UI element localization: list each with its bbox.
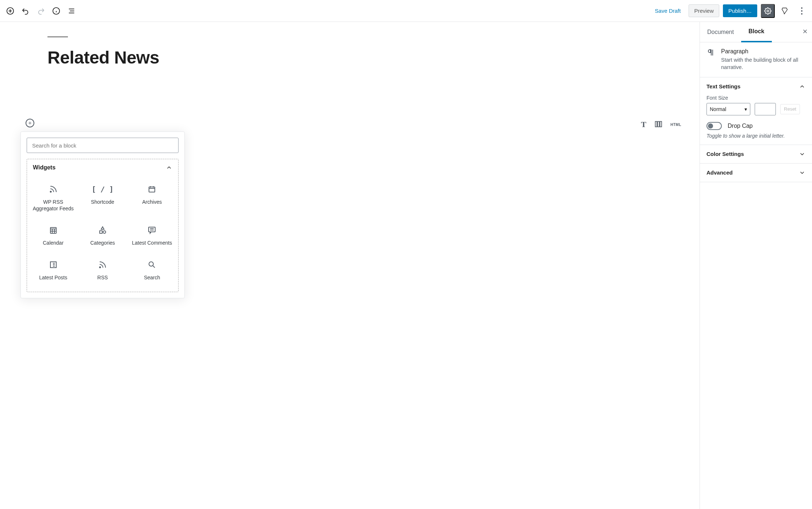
svg-rect-28: [149, 227, 155, 232]
block-info-title: Paragraph: [721, 48, 805, 55]
font-size-select[interactable]: Normal ▾: [706, 103, 750, 115]
text-settings-header[interactable]: Text Settings: [706, 83, 805, 90]
text-format-icon[interactable]: T: [641, 120, 647, 129]
svg-rect-16: [149, 187, 155, 192]
outline-button[interactable]: [65, 4, 78, 18]
chevron-up-icon: [799, 83, 805, 90]
yoast-icon[interactable]: [778, 4, 792, 18]
color-settings-header[interactable]: Color Settings: [706, 151, 805, 157]
settings-sidebar: Document Block Paragraph Start with the …: [700, 22, 812, 509]
html-label[interactable]: HTML: [670, 123, 681, 127]
search-icon: [148, 260, 156, 270]
save-draft-button[interactable]: Save Draft: [651, 5, 685, 17]
advanced-panel: Advanced: [700, 164, 812, 182]
font-size-number-input[interactable]: [755, 103, 776, 115]
block-inserter-popup: Widgets WP RSS Aggregator Feeds [ / ] Sh…: [20, 131, 185, 298]
widgets-grid: WP RSS Aggregator Feeds [ / ] Shortcode …: [27, 176, 178, 292]
chevron-down-icon: [799, 151, 805, 157]
block-item-label: RSS: [97, 274, 108, 281]
block-item-label: Latest Posts: [39, 274, 67, 281]
drop-cap-label: Drop Cap: [728, 123, 752, 129]
svg-rect-10: [655, 121, 657, 127]
archive-icon: [148, 184, 156, 194]
block-item-archives[interactable]: Archives: [129, 179, 175, 217]
svg-marker-25: [101, 227, 104, 229]
add-block-inline-button[interactable]: [26, 119, 34, 127]
close-sidebar-button[interactable]: [802, 28, 808, 36]
tab-block[interactable]: Block: [741, 22, 772, 42]
add-block-toolbar-button[interactable]: [4, 4, 17, 18]
block-item-label: Categories: [90, 240, 115, 246]
top-toolbar: Save Draft Preview Publish…: [0, 0, 812, 22]
drop-cap-toggle[interactable]: [706, 122, 722, 130]
paragraph-icon: [706, 48, 715, 71]
svg-rect-11: [658, 121, 659, 127]
font-size-label: Font Size: [706, 95, 805, 101]
block-item-label: Search: [144, 274, 160, 281]
block-item-calendar[interactable]: Calendar: [30, 220, 76, 251]
block-item-label: Calendar: [43, 240, 64, 246]
svg-point-9: [767, 10, 769, 12]
block-item-label: WP RSS Aggregator Feeds: [32, 199, 74, 212]
text-settings-panel: Text Settings Font Size Normal ▾ Reset D…: [700, 77, 812, 145]
left-tools-group: [4, 4, 78, 18]
block-search-input[interactable]: [27, 138, 179, 153]
svg-line-40: [153, 266, 155, 268]
color-settings-title: Color Settings: [706, 151, 744, 157]
svg-point-15: [50, 191, 51, 192]
block-item-label: Archives: [142, 199, 162, 205]
widgets-category-label: Widgets: [33, 164, 55, 171]
svg-rect-20: [50, 227, 56, 233]
settings-gear-button[interactable]: [761, 4, 775, 18]
svg-point-38: [99, 267, 100, 268]
font-size-reset-button[interactable]: Reset: [780, 104, 800, 114]
drop-cap-note: Toggle to show a large initial letter.: [706, 133, 805, 139]
widgets-category-panel: Widgets WP RSS Aggregator Feeds [ / ] Sh…: [27, 159, 179, 292]
block-item-latest-posts[interactable]: Latest Posts: [30, 254, 76, 286]
info-button[interactable]: [50, 4, 63, 18]
svg-rect-12: [660, 121, 662, 127]
columns-icon[interactable]: [654, 120, 662, 129]
preview-button[interactable]: Preview: [689, 4, 719, 17]
block-info-panel: Paragraph Start with the building block …: [700, 42, 812, 77]
redo-button[interactable]: [34, 4, 47, 18]
tab-document[interactable]: Document: [700, 22, 741, 42]
svg-point-27: [103, 231, 106, 233]
comment-icon: [148, 225, 156, 235]
color-settings-panel: Color Settings: [700, 145, 812, 164]
block-item-categories[interactable]: Categories: [79, 220, 126, 251]
categories-icon: [98, 225, 107, 235]
block-item-search[interactable]: Search: [129, 254, 175, 286]
undo-button[interactable]: [19, 4, 32, 18]
svg-rect-26: [100, 231, 102, 233]
sidebar-tabs: Document Block: [700, 22, 812, 42]
block-format-toolbar: T HTML: [641, 120, 681, 129]
posts-icon: [49, 260, 58, 270]
rss-icon: [98, 260, 107, 270]
block-item-latest-comments[interactable]: Latest Comments: [129, 220, 175, 251]
text-settings-title: Text Settings: [706, 83, 740, 89]
chevron-down-icon: [799, 169, 805, 176]
block-item-shortcode[interactable]: [ / ] Shortcode: [79, 179, 126, 217]
main-layout: Related News T HTML Widgets: [0, 22, 812, 509]
block-item-rss[interactable]: RSS: [79, 254, 126, 286]
rss-icon: [49, 184, 58, 194]
right-actions-group: Save Draft Preview Publish…: [651, 4, 808, 18]
shortcode-icon: [ / ]: [92, 184, 114, 194]
block-item-label: Shortcode: [91, 199, 114, 205]
editor-canvas: Related News T HTML Widgets: [0, 22, 700, 509]
dropdown-arrow-icon: ▾: [744, 106, 747, 112]
chevron-up-icon: [166, 164, 172, 171]
svg-point-39: [149, 262, 153, 266]
font-size-value: Normal: [710, 106, 726, 112]
block-info-desc: Start with the building block of all nar…: [721, 56, 805, 71]
calendar-icon: [49, 225, 58, 235]
page-title[interactable]: Related News: [47, 47, 685, 68]
more-options-button[interactable]: [795, 7, 808, 15]
publish-button[interactable]: Publish…: [723, 4, 757, 17]
block-item-label: Latest Comments: [132, 240, 172, 246]
advanced-header[interactable]: Advanced: [706, 169, 805, 176]
widgets-category-header[interactable]: Widgets: [27, 159, 178, 176]
advanced-title: Advanced: [706, 169, 733, 176]
block-item-wp-rss-aggregator[interactable]: WP RSS Aggregator Feeds: [30, 179, 76, 217]
